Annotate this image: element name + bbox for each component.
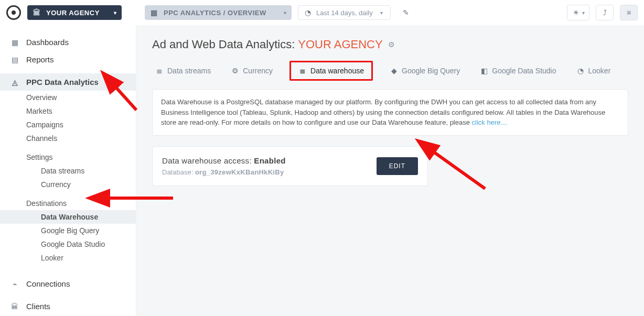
database-icon: ≣: [298, 67, 307, 75]
sidebar-sub-markets[interactable]: Markets: [0, 104, 136, 118]
database-icon: ≣: [155, 67, 164, 75]
breadcrumb-label: PPC ANALYTICS / OVERVIEW: [164, 9, 266, 17]
bank-icon: 🏛: [33, 8, 41, 17]
sidebar-sub-google-data-studio[interactable]: Google Data Studio: [0, 237, 136, 251]
layout: ▦ Dashboards ▤ Reports ◬ PPC Data Analyt…: [0, 25, 644, 316]
agency-selector-label: YOUR AGENCY: [46, 9, 100, 17]
page-title-agency: YOUR AGENCY: [298, 38, 382, 51]
access-label: Data warehouse access:: [162, 156, 254, 165]
access-db-name: org_39zewKxKBanHkKiBy: [195, 168, 284, 176]
info-text: Data Warehouse is a PostgreSQL database …: [161, 98, 605, 126]
edit-button[interactable]: EDIT: [377, 157, 418, 175]
theme-button[interactable]: ☀ ▾: [567, 5, 589, 20]
page-title-prefix: Ad and Web Data Analytics:: [152, 38, 295, 51]
sidebar-sub-campaigns[interactable]: Campaigns: [0, 118, 136, 132]
chevron-down-icon: ▾: [380, 10, 383, 16]
wand-icon: ✎: [402, 8, 410, 17]
sidebar-sub-google-big-query[interactable]: Google Big Query: [0, 224, 136, 237]
menu-button[interactable]: ≡: [620, 5, 638, 20]
wand-button[interactable]: ✎: [397, 5, 415, 20]
tab-looker[interactable]: ◔ Looker: [573, 62, 614, 79]
access-db-label: Database:: [162, 168, 195, 176]
tab-row: ≣ Data streams ⚙ Currency ≣ Data warehou…: [152, 61, 628, 81]
share-icon: ⤴: [600, 8, 609, 17]
tab-google-data-studio[interactable]: ◧ Google Data Studio: [477, 62, 559, 79]
bank-icon: 🏛: [10, 302, 19, 311]
access-status: Enabled: [254, 156, 285, 165]
sidebar-item-label: Connections: [26, 279, 70, 288]
access-title: Data warehouse access: Enabled: [162, 156, 377, 165]
clock-icon: ◔: [304, 8, 312, 17]
tab-label: Data warehouse: [310, 67, 364, 75]
info-box: Data Warehouse is a PostgreSQL database …: [152, 89, 628, 136]
sun-icon: ☀: [572, 8, 580, 17]
tab-currency[interactable]: ⚙ Currency: [228, 62, 276, 79]
sidebar-sub-looker[interactable]: Looker: [0, 251, 136, 265]
looker-icon: ◔: [576, 67, 585, 75]
tab-data-streams[interactable]: ≣ Data streams: [152, 62, 214, 79]
page-title: Ad and Web Data Analytics: YOUR AGENCY ⚙: [152, 38, 628, 51]
info-link[interactable]: click here…: [472, 118, 508, 126]
tab-google-big-query[interactable]: ◆ Google Big Query: [387, 62, 463, 79]
sidebar: ▦ Dashboards ▤ Reports ◬ PPC Data Analyt…: [0, 25, 136, 316]
plug-icon: ⌁: [10, 280, 19, 288]
sidebar-sub-data-warehouse[interactable]: Data Warehouse: [0, 210, 136, 224]
logo-icon: [6, 5, 21, 20]
sidebar-item-label: Clients: [26, 302, 50, 311]
sidebar-item-label: PPC Data Analytics: [26, 78, 99, 86]
tab-label: Currency: [243, 67, 273, 75]
bigquery-icon: ◆: [390, 67, 398, 75]
sidebar-item-ppc-analytics[interactable]: ◬ PPC Data Analytics: [0, 73, 136, 91]
date-range-selector[interactable]: ◔ Last 14 days, daily ▾: [298, 5, 391, 20]
access-db: Database: org_39zewKxKBanHkKiBy: [162, 168, 377, 176]
tab-label: Google Data Studio: [492, 67, 556, 75]
dashboard-icon: ▦: [10, 38, 19, 47]
access-card: Data warehouse access: Enabled Database:…: [152, 146, 428, 186]
tab-label: Google Big Query: [402, 67, 460, 75]
report-icon: ▤: [10, 56, 19, 64]
tab-label: Looker: [588, 67, 611, 75]
chevron-down-icon: ▾: [114, 10, 117, 16]
sidebar-group-settings[interactable]: Settings: [0, 150, 136, 164]
date-range-label: Last 14 days, daily: [316, 9, 373, 17]
sidebar-item-reports[interactable]: ▤ Reports: [0, 51, 136, 68]
gear-icon: ⚙: [231, 67, 239, 75]
main-content: Ad and Web Data Analytics: YOUR AGENCY ⚙…: [136, 25, 644, 316]
chevron-down-icon: ▾: [582, 10, 585, 16]
hamburger-icon: ≡: [625, 8, 633, 17]
sidebar-group-destinations[interactable]: Destinations: [0, 197, 136, 210]
analytics-icon: ◬: [10, 78, 19, 86]
sidebar-item-dashboards[interactable]: ▦ Dashboards: [0, 34, 136, 51]
sidebar-item-label: Dashboards: [26, 38, 69, 47]
tab-data-warehouse[interactable]: ≣ Data warehouse: [289, 61, 373, 81]
share-button[interactable]: ⤴: [596, 5, 614, 20]
sidebar-item-label: Reports: [26, 55, 54, 64]
sidebar-sub-overview[interactable]: Overview: [0, 91, 136, 104]
grid-icon: ▦: [150, 8, 158, 17]
sidebar-item-clients[interactable]: 🏛 Clients: [0, 298, 136, 315]
sidebar-item-connections[interactable]: ⌁ Connections: [0, 275, 136, 292]
tab-label: Data streams: [167, 67, 211, 75]
gear-icon[interactable]: ⚙: [388, 40, 395, 49]
topbar: 🏛 YOUR AGENCY ▾ ▦ PPC ANALYTICS / OVERVI…: [0, 0, 644, 25]
breadcrumb-selector[interactable]: ▦ PPC ANALYTICS / OVERVIEW ▾: [145, 5, 292, 20]
chevron-down-icon: ▾: [284, 10, 287, 16]
datastudio-icon: ◧: [480, 67, 488, 75]
sidebar-sub-data-streams[interactable]: Data streams: [0, 164, 136, 178]
agency-selector[interactable]: 🏛 YOUR AGENCY ▾: [27, 5, 122, 20]
sidebar-sub-currency[interactable]: Currency: [0, 178, 136, 191]
sidebar-sub-channels[interactable]: Channels: [0, 132, 136, 145]
